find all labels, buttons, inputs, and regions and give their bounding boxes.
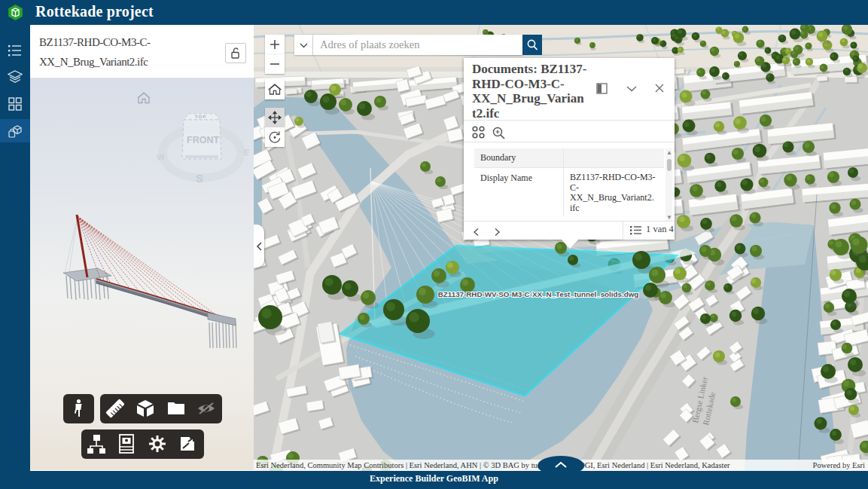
svg-text:FRONT: FRONT: [187, 135, 219, 145]
svg-text:TOP: TOP: [195, 115, 206, 119]
svg-text:S: S: [196, 172, 203, 185]
svg-text:E: E: [243, 147, 251, 157]
svg-text:BZ1137-RHD-WV-SO-M3-C-XX_N_Tes: BZ1137-RHD-WV-SO-M3-C-XX_N_Test_tunnel_s…: [438, 290, 639, 298]
